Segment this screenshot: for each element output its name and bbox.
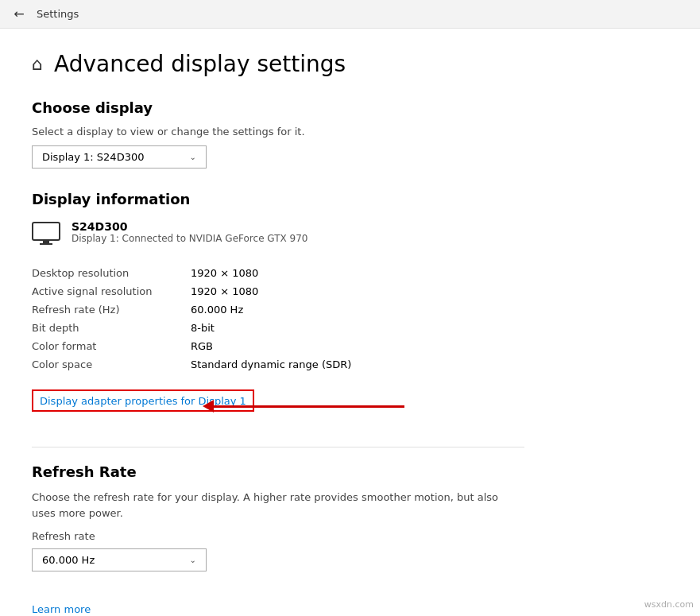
- info-row-value: 60.000 Hz: [191, 300, 524, 319]
- choose-display-subtitle: Select a display to view or change the s…: [32, 126, 524, 138]
- info-row-label: Active signal resolution: [32, 282, 191, 300]
- monitor-row: S24D300 Display 1: Connected to NVIDIA G…: [32, 217, 524, 251]
- refresh-section: Refresh Rate Choose the refresh rate for…: [32, 463, 524, 571]
- main-content: ⌂ Advanced display settings Choose displ…: [0, 29, 556, 616]
- back-button[interactable]: ←: [10, 5, 29, 24]
- titlebar: ← Settings: [0, 0, 700, 29]
- page-title: Advanced display settings: [54, 51, 346, 77]
- divider: [32, 447, 524, 447]
- info-row-value: RGB: [191, 337, 524, 355]
- refresh-rate-dropdown[interactable]: 60.000 Hz ⌄: [32, 548, 207, 571]
- titlebar-title: Settings: [37, 8, 79, 20]
- home-icon[interactable]: ⌂: [32, 54, 43, 74]
- refresh-rate-label: Refresh rate: [32, 530, 524, 542]
- info-row-label: Color space: [32, 355, 191, 374]
- back-icon: ←: [14, 6, 24, 21]
- display-info-table: Desktop resolution1920 × 1080Active sign…: [32, 264, 524, 374]
- info-table-row: Color formatRGB: [32, 337, 524, 355]
- choose-display-section: Choose display Select a display to view …: [32, 99, 524, 169]
- display-dropdown-value: Display 1: S24D300: [42, 151, 144, 163]
- refresh-rate-title: Refresh Rate: [32, 463, 524, 480]
- info-row-label: Desktop resolution: [32, 264, 191, 282]
- info-row-value: 1920 × 1080: [191, 264, 524, 282]
- svg-rect-0: [33, 223, 60, 240]
- info-table-row: Desktop resolution1920 × 1080: [32, 264, 524, 282]
- refresh-rate-arrow: ⌄: [190, 556, 196, 564]
- monitor-name: S24D300: [72, 220, 307, 233]
- annotation-arrow: [203, 400, 404, 413]
- display-dropdown-arrow: ⌄: [190, 153, 196, 161]
- page-header: ⌂ Advanced display settings: [32, 51, 524, 77]
- learn-more-link[interactable]: Learn more: [32, 603, 91, 615]
- info-row-label: Color format: [32, 337, 191, 355]
- display-dropdown[interactable]: Display 1: S24D300 ⌄: [32, 145, 207, 169]
- watermark: wsxdn.com: [644, 599, 694, 610]
- info-table-row: Color spaceStandard dynamic range (SDR): [32, 355, 524, 374]
- display-info-section: Display information S24D300 Display 1: C…: [32, 191, 524, 428]
- info-row-value: 8-bit: [191, 319, 524, 337]
- svg-rect-1: [43, 240, 49, 243]
- info-table-row: Refresh rate (Hz)60.000 Hz: [32, 300, 524, 319]
- arrow-line: [214, 405, 404, 408]
- adapter-link-row: Display adapter properties for Display 1: [32, 385, 524, 428]
- info-row-value: 1920 × 1080: [191, 282, 524, 300]
- info-table-row: Active signal resolution1920 × 1080: [32, 282, 524, 300]
- info-row-label: Refresh rate (Hz): [32, 300, 191, 319]
- choose-display-title: Choose display: [32, 99, 524, 116]
- refresh-description: Choose the refresh rate for your display…: [32, 490, 524, 521]
- display-info-title: Display information: [32, 191, 524, 207]
- svg-rect-2: [40, 243, 52, 245]
- refresh-rate-value: 60.000 Hz: [42, 554, 95, 566]
- info-table-row: Bit depth8-bit: [32, 319, 524, 337]
- monitor-details: S24D300 Display 1: Connected to NVIDIA G…: [72, 220, 307, 244]
- monitor-sub: Display 1: Connected to NVIDIA GeForce G…: [72, 233, 307, 244]
- display-dropdown-container: Display 1: S24D300 ⌄: [32, 145, 524, 169]
- info-row-value: Standard dynamic range (SDR): [191, 355, 524, 374]
- info-row-label: Bit depth: [32, 319, 191, 337]
- arrow-head: [203, 400, 214, 413]
- monitor-icon: [32, 222, 60, 251]
